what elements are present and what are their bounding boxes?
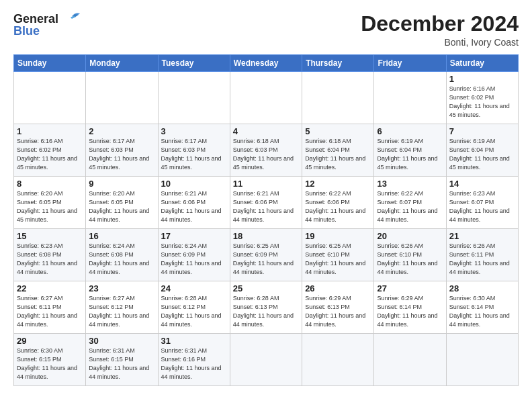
calendar-day-cell: 27Sunrise: 6:29 AMSunset: 6:14 PMDayligh…: [374, 281, 446, 334]
calendar-day-cell: 4Sunrise: 6:18 AMSunset: 6:03 PMDaylight…: [230, 124, 302, 177]
day-number: 22: [17, 283, 83, 293]
day-info: Sunrise: 6:21 AMSunset: 6:06 PMDaylight:…: [233, 189, 299, 224]
calendar-day-cell: 1Sunrise: 6:16 AMSunset: 6:02 PMDaylight…: [446, 72, 518, 124]
day-info: Sunrise: 6:23 AMSunset: 6:08 PMDaylight:…: [17, 242, 83, 277]
day-info: Sunrise: 6:23 AMSunset: 6:07 PMDaylight:…: [449, 189, 515, 224]
calendar-day-cell: 26Sunrise: 6:29 AMSunset: 6:13 PMDayligh…: [302, 281, 374, 334]
day-info: Sunrise: 6:22 AMSunset: 6:06 PMDaylight:…: [305, 189, 371, 224]
day-number: 5: [305, 126, 371, 136]
day-info: Sunrise: 6:26 AMSunset: 6:11 PMDaylight:…: [449, 242, 515, 277]
day-info: Sunrise: 6:31 AMSunset: 6:16 PMDaylight:…: [161, 347, 227, 381]
col-header-wednesday: Wednesday: [230, 55, 302, 72]
logo: General Blue: [13, 12, 83, 38]
calendar-week-row: 29Sunrise: 6:30 AMSunset: 6:15 PMDayligh…: [14, 334, 519, 386]
calendar-week-row: 1Sunrise: 6:16 AMSunset: 6:02 PMDaylight…: [14, 72, 519, 124]
day-number: 17: [161, 231, 227, 241]
day-number: 16: [89, 231, 154, 241]
page: General Blue December 2024 Bonti, Ivory …: [0, 0, 532, 411]
day-info: Sunrise: 6:21 AMSunset: 6:06 PMDaylight:…: [161, 189, 227, 224]
calendar-day-cell: 14Sunrise: 6:23 AMSunset: 6:07 PMDayligh…: [446, 177, 518, 229]
day-number: 3: [161, 126, 227, 136]
day-info: Sunrise: 6:22 AMSunset: 6:07 PMDaylight:…: [377, 189, 443, 224]
calendar-day-cell: 22Sunrise: 6:27 AMSunset: 6:11 PMDayligh…: [14, 281, 86, 334]
day-number: 26: [305, 283, 371, 293]
calendar-day-cell: 30Sunrise: 6:31 AMSunset: 6:15 PMDayligh…: [86, 334, 158, 386]
calendar-day-cell: 5Sunrise: 6:18 AMSunset: 6:04 PMDaylight…: [302, 124, 374, 177]
col-header-friday: Friday: [374, 55, 446, 72]
calendar-day-cell: 11Sunrise: 6:21 AMSunset: 6:06 PMDayligh…: [230, 177, 302, 229]
calendar-day-cell: 7Sunrise: 6:19 AMSunset: 6:04 PMDaylight…: [446, 124, 518, 177]
calendar-day-cell: 31Sunrise: 6:31 AMSunset: 6:16 PMDayligh…: [158, 334, 230, 386]
calendar-day-cell: 2Sunrise: 6:17 AMSunset: 6:03 PMDaylight…: [86, 124, 158, 177]
calendar-empty-cell: [86, 72, 158, 124]
col-header-monday: Monday: [86, 55, 158, 72]
calendar-day-cell: 24Sunrise: 6:28 AMSunset: 6:12 PMDayligh…: [158, 281, 230, 334]
day-number: 21: [449, 231, 515, 241]
day-number: 24: [161, 283, 227, 293]
day-number: 4: [233, 126, 299, 136]
day-number: 31: [161, 336, 227, 346]
month-title: December 2024: [361, 12, 519, 36]
day-number: 25: [233, 283, 299, 293]
calendar-day-cell: 9Sunrise: 6:20 AMSunset: 6:05 PMDaylight…: [86, 177, 158, 229]
day-info: Sunrise: 6:28 AMSunset: 6:13 PMDaylight:…: [233, 294, 299, 329]
day-info: Sunrise: 6:29 AMSunset: 6:14 PMDaylight:…: [377, 294, 443, 329]
calendar-empty-cell: [374, 72, 446, 124]
calendar-day-cell: 18Sunrise: 6:25 AMSunset: 6:09 PMDayligh…: [230, 229, 302, 281]
day-number: 30: [89, 336, 154, 346]
calendar-empty-cell: [230, 72, 302, 124]
calendar-week-row: 22Sunrise: 6:27 AMSunset: 6:11 PMDayligh…: [14, 281, 519, 334]
calendar-day-cell: 23Sunrise: 6:27 AMSunset: 6:12 PMDayligh…: [86, 281, 158, 334]
day-number: 9: [89, 179, 154, 189]
day-info: Sunrise: 6:31 AMSunset: 6:15 PMDaylight:…: [89, 347, 154, 381]
calendar-week-row: 8Sunrise: 6:20 AMSunset: 6:05 PMDaylight…: [14, 177, 519, 229]
day-number: 6: [377, 126, 443, 136]
day-number: 19: [305, 231, 371, 241]
day-number: 23: [89, 283, 154, 293]
day-info: Sunrise: 6:20 AMSunset: 6:05 PMDaylight:…: [17, 189, 83, 224]
calendar-empty-cell: [446, 334, 518, 386]
calendar-empty-cell: [302, 334, 374, 386]
day-number: 27: [377, 283, 443, 293]
day-info: Sunrise: 6:27 AMSunset: 6:12 PMDaylight:…: [89, 294, 154, 329]
day-number: 11: [233, 179, 299, 189]
col-header-sunday: Sunday: [14, 55, 86, 72]
calendar-day-cell: 17Sunrise: 6:24 AMSunset: 6:09 PMDayligh…: [158, 229, 230, 281]
day-info: Sunrise: 6:17 AMSunset: 6:03 PMDaylight:…: [89, 137, 154, 172]
day-number: 14: [449, 179, 515, 189]
calendar-day-cell: 28Sunrise: 6:30 AMSunset: 6:14 PMDayligh…: [446, 281, 518, 334]
day-number: 2: [89, 126, 154, 136]
title-block: December 2024 Bonti, Ivory Coast: [361, 12, 519, 48]
day-info: Sunrise: 6:30 AMSunset: 6:14 PMDaylight:…: [449, 294, 515, 329]
day-number: 13: [377, 179, 443, 189]
day-info: Sunrise: 6:24 AMSunset: 6:09 PMDaylight:…: [161, 242, 227, 277]
location: Bonti, Ivory Coast: [361, 37, 519, 48]
calendar-day-cell: 6Sunrise: 6:19 AMSunset: 6:04 PMDaylight…: [374, 124, 446, 177]
day-info: Sunrise: 6:17 AMSunset: 6:03 PMDaylight:…: [161, 137, 227, 172]
calendar-day-cell: 15Sunrise: 6:23 AMSunset: 6:08 PMDayligh…: [14, 229, 86, 281]
day-info: Sunrise: 6:25 AMSunset: 6:10 PMDaylight:…: [305, 242, 371, 277]
day-number: 28: [449, 283, 515, 293]
day-info: Sunrise: 6:18 AMSunset: 6:04 PMDaylight:…: [305, 137, 371, 172]
day-info: Sunrise: 6:30 AMSunset: 6:15 PMDaylight:…: [17, 347, 83, 381]
day-number: 8: [17, 179, 83, 189]
calendar-day-cell: 10Sunrise: 6:21 AMSunset: 6:06 PMDayligh…: [158, 177, 230, 229]
calendar-day-cell: 12Sunrise: 6:22 AMSunset: 6:06 PMDayligh…: [302, 177, 374, 229]
calendar-week-row: 1Sunrise: 6:16 AMSunset: 6:02 PMDaylight…: [14, 124, 519, 177]
calendar-day-cell: 25Sunrise: 6:28 AMSunset: 6:13 PMDayligh…: [230, 281, 302, 334]
calendar-day-cell: 20Sunrise: 6:26 AMSunset: 6:10 PMDayligh…: [374, 229, 446, 281]
calendar-day-cell: 13Sunrise: 6:22 AMSunset: 6:07 PMDayligh…: [374, 177, 446, 229]
day-info: Sunrise: 6:27 AMSunset: 6:11 PMDaylight:…: [17, 294, 83, 329]
calendar-day-cell: 3Sunrise: 6:17 AMSunset: 6:03 PMDaylight…: [158, 124, 230, 177]
calendar-empty-cell: [374, 334, 446, 386]
day-number: 29: [17, 336, 83, 346]
day-number: 10: [161, 179, 227, 189]
calendar-day-cell: 19Sunrise: 6:25 AMSunset: 6:10 PMDayligh…: [302, 229, 374, 281]
calendar-empty-cell: [158, 72, 230, 124]
day-info: Sunrise: 6:25 AMSunset: 6:09 PMDaylight:…: [233, 242, 299, 277]
day-info: Sunrise: 6:18 AMSunset: 6:03 PMDaylight:…: [233, 137, 299, 172]
header: General Blue December 2024 Bonti, Ivory …: [13, 12, 519, 48]
day-number: 18: [233, 231, 299, 241]
day-number: 1: [449, 74, 515, 84]
col-header-saturday: Saturday: [446, 55, 518, 72]
